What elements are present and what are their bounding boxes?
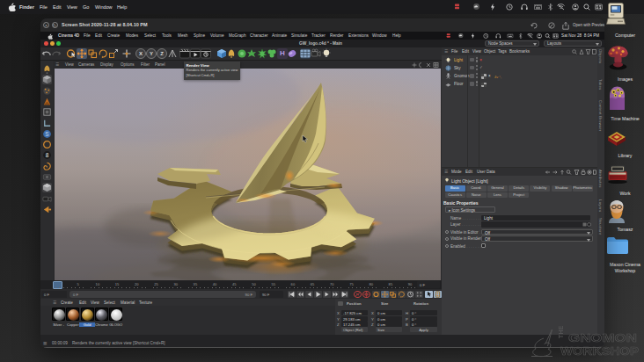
svg-text:S: S [45, 131, 48, 137]
svg-text:GNOMON: GNOMON [568, 331, 637, 344]
svg-text:8: 8 [45, 152, 48, 158]
svg-text:THE: THE [558, 325, 564, 338]
svg-text:WORKSHOP: WORKSHOP [560, 344, 639, 358]
